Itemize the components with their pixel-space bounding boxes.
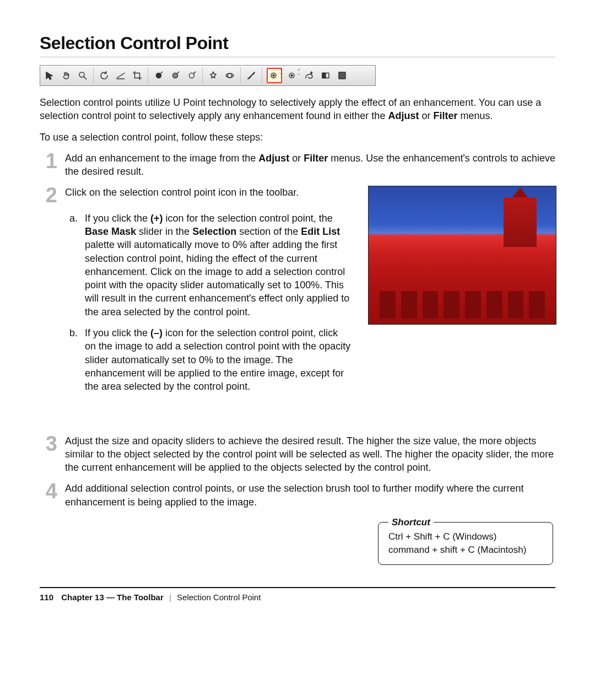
step-number: 1 [40,152,57,179]
selection-cp-minus-icon[interactable]: +− [286,69,299,82]
svg-rect-15 [322,73,326,78]
svg-line-2 [117,73,125,78]
svg-point-12 [291,75,293,77]
page-number: 110 [40,593,53,602]
shortcut-mac: command + shift + C (Macintosh) [388,543,543,557]
hand-pan-icon[interactable] [60,69,72,82]
straighten-icon[interactable] [115,69,127,82]
step-2a: If you click the (+) icon for the select… [80,212,351,319]
svg-point-10 [273,75,274,77]
svg-point-7 [228,73,232,78]
step-2b: If you click the (–) icon for the select… [80,326,351,393]
gradient-icon[interactable] [320,69,332,82]
auto-levels-icon[interactable] [207,69,219,82]
step-1: 1 Add an enhancement to the image from t… [40,152,555,179]
footer-chapter: Chapter 13 — The Toolbar [61,593,164,602]
step-body: Click on the selection control point ico… [65,186,351,204]
black-cp-icon[interactable] [153,69,165,82]
step-3: 3 Adjust the size and opacity sliders to… [40,434,555,475]
title-rule [40,57,555,57]
manual-page: Selection Control Point +−+−+ Selection … [0,0,595,700]
lasso-plus-icon[interactable]: + [303,69,315,82]
svg-rect-16 [339,72,345,79]
page-title: Selection Control Point [40,33,555,53]
selection-cp-plus-icon[interactable]: +− [267,68,282,83]
neutral-cp-icon[interactable] [169,69,181,82]
shortcut-box: Shortcut Ctrl + Shift + C (Windows) comm… [378,522,553,565]
d-lighting-icon[interactable] [224,69,236,82]
toolbar: +−+−+ [40,65,376,86]
step-number: 2 [40,186,57,204]
svg-text:+: + [310,71,312,75]
white-cp-icon[interactable] [186,69,198,82]
step-4: 4 Add additional selection control point… [40,482,555,509]
building-colonnade [380,291,545,319]
footer-divider: | [169,593,171,602]
step-2-sublist: If you click the (+) icon for the select… [65,212,351,394]
building-tower [504,197,537,247]
footer-section: Selection Control Point [177,593,261,602]
page-footer: 110 Chapter 13 — The Toolbar | Selection… [40,587,555,602]
color-cp-icon[interactable] [245,69,257,82]
step-list: 1 Add an enhancement to the image from t… [40,152,555,509]
fill-icon[interactable] [336,69,348,82]
shortcut-legend: Shortcut [388,516,434,529]
arrow-pointer-icon[interactable] [44,69,56,82]
step-body: Adjust the size and opacity sliders to a… [65,434,555,475]
svg-line-1 [84,77,86,79]
example-image [368,186,556,325]
toolbar-separator [93,68,94,83]
toolbar-separator [202,68,203,83]
toolbar-separator [240,68,241,83]
svg-point-8 [226,73,234,78]
shortcut-windows: Ctrl + Shift + C (Windows) [388,530,543,543]
toolbar-separator [148,68,148,83]
step-number: 4 [40,482,57,509]
intro-paragraph: Selection control points utilize U Point… [40,96,555,123]
step-2-area: 2 Click on the selection control point i… [40,186,555,401]
steps-lead-in: To use a selection control point, follow… [40,131,555,144]
step-body: Add additional selection control points,… [65,482,555,509]
svg-point-0 [79,72,84,77]
zoom-icon[interactable] [77,69,89,82]
step-body: Add an enhancement to the image from the… [65,152,555,179]
crop-icon[interactable] [131,69,143,82]
step-2: 2 Click on the selection control point i… [40,186,351,204]
step-number: 3 [40,434,57,475]
rotate-icon[interactable] [98,69,110,82]
toolbar-separator [262,68,262,83]
